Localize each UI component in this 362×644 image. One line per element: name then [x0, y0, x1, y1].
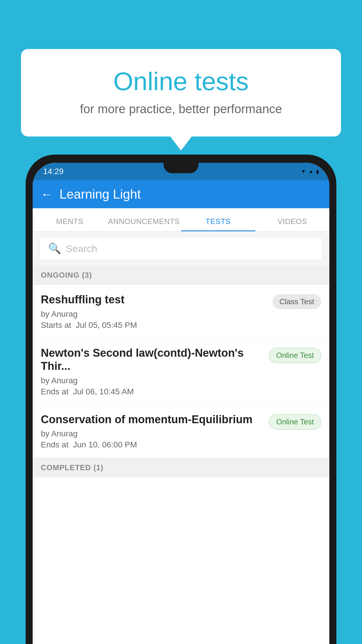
test-info: Reshuffling test by Anurag Starts at Jul…	[41, 293, 273, 330]
status-icons: ▼ ▲ ▮	[301, 169, 319, 174]
search-bar[interactable]: 🔍 Search	[40, 237, 322, 260]
test-info: Conservation of momentum-Equilibrium by …	[41, 413, 269, 450]
phone-frame: 14:29 ▼ ▲ ▮ ← Learning Light MENTS ANNOU…	[26, 155, 336, 644]
test-by: by Anurag	[41, 309, 267, 319]
test-date: Ends at Jun 10, 06:00 PM	[41, 440, 263, 449]
battery-icon: ▮	[316, 169, 319, 174]
test-date: Starts at Jul 05, 05:45 PM	[41, 321, 267, 330]
test-name: Conservation of momentum-Equilibrium	[41, 413, 263, 426]
status-time: 14:29	[43, 167, 64, 176]
tab-bar: MENTS ANNOUNCEMENTS TESTS VIDEOS	[33, 208, 329, 232]
tab-videos[interactable]: VIDEOS	[255, 217, 330, 231]
test-badge: Online Test	[269, 414, 321, 430]
search-container: 🔍 Search	[33, 232, 329, 265]
tab-tests[interactable]: TESTS	[181, 217, 255, 231]
test-name: Reshuffling test	[41, 293, 267, 307]
back-button[interactable]: ←	[41, 188, 52, 201]
test-item[interactable]: Conservation of momentum-Equilibrium by …	[33, 405, 329, 458]
bubble-subtitle: for more practice, better performance	[44, 102, 318, 116]
signal-icon: ▲	[309, 169, 313, 174]
bubble-title: Online tests	[44, 66, 318, 96]
phone-screen: 14:29 ▼ ▲ ▮ ← Learning Light MENTS ANNOU…	[33, 163, 329, 644]
ongoing-section-header: ONGOING (3)	[33, 265, 329, 285]
search-icon: 🔍	[48, 242, 61, 255]
test-info: Newton's Second law(contd)-Newton's Thir…	[41, 346, 269, 396]
completed-section-header: COMPLETED (1)	[33, 458, 329, 477]
search-input[interactable]: Search	[66, 243, 97, 254]
test-item[interactable]: Reshuffling test by Anurag Starts at Jul…	[33, 285, 329, 338]
wifi-icon: ▼	[301, 169, 306, 174]
tab-announcements[interactable]: ANNOUNCEMENTS	[107, 217, 181, 231]
phone-notch	[164, 163, 198, 173]
test-badge: Online Test	[269, 348, 321, 363]
tests-list: Reshuffling test by Anurag Starts at Jul…	[33, 285, 329, 458]
test-date: Ends at Jul 06, 10:45 AM	[41, 387, 263, 396]
promo-bubble: Online tests for more practice, better p…	[21, 49, 341, 136]
app-header: ← Learning Light	[33, 180, 329, 208]
test-item[interactable]: Newton's Second law(contd)-Newton's Thir…	[33, 338, 329, 405]
tab-ments[interactable]: MENTS	[33, 217, 107, 231]
test-name: Newton's Second law(contd)-Newton's Thir…	[41, 346, 263, 373]
test-by: by Anurag	[41, 429, 263, 438]
app-title: Learning Light	[59, 187, 141, 202]
test-by: by Anurag	[41, 376, 263, 385]
test-badge: Class Test	[273, 294, 321, 309]
